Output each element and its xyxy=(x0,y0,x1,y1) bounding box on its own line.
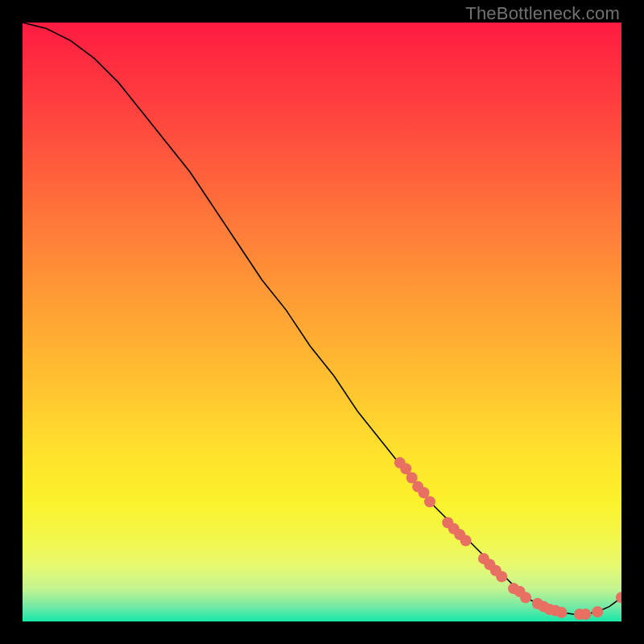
data-dot xyxy=(520,592,531,603)
data-dot xyxy=(460,535,472,547)
data-dot xyxy=(424,496,436,507)
attribution-text: TheBottleneck.com xyxy=(465,3,620,24)
data-dot xyxy=(556,607,568,618)
plot-area xyxy=(23,23,621,621)
data-dot xyxy=(496,571,507,582)
chart-svg xyxy=(23,23,621,621)
data-dot xyxy=(592,606,603,617)
chart-stage: TheBottleneck.com xyxy=(0,0,644,644)
data-dot xyxy=(580,609,591,620)
gradient-background xyxy=(23,23,621,621)
